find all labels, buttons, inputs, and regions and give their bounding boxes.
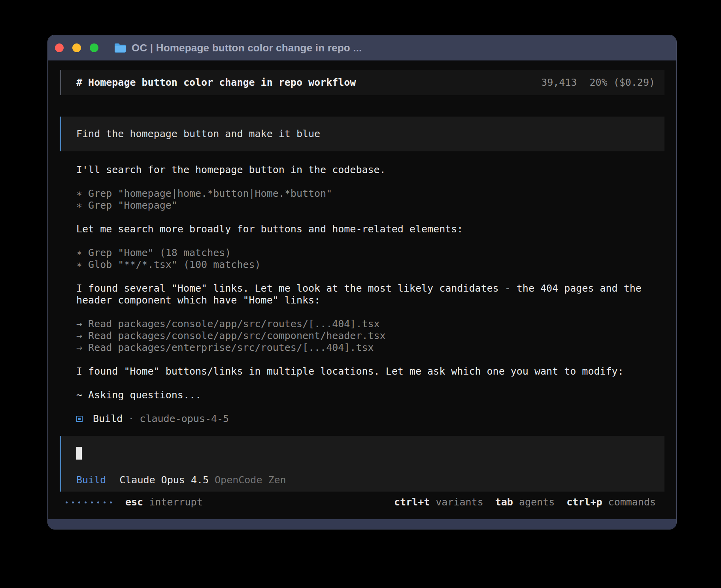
input-model-provider: OpenCode Zen xyxy=(215,474,286,486)
traffic-lights xyxy=(55,43,98,52)
context-usage: 20% ($0.29) xyxy=(589,77,655,89)
transcript-line: Let me search more broadly for buttons a… xyxy=(76,223,664,235)
session-stats: 39,413 20% ($0.29) xyxy=(541,77,655,89)
input-model-row: Build Claude Opus 4.5 OpenCode Zen xyxy=(76,474,286,486)
session-content: # Homepage button color change in repo w… xyxy=(48,60,676,519)
token-count: 39,413 xyxy=(541,77,577,89)
agent-separator: · xyxy=(128,413,134,425)
spinner-dots-icon xyxy=(66,501,112,503)
shortcut-hint: tab agents xyxy=(495,496,555,508)
status-bar: esc interrupt ctrl+t variantstab agentsc… xyxy=(60,496,664,508)
transcript-line: ∗ Glob "**/*.tsx" (100 matches) xyxy=(76,259,664,271)
user-message: Find the homepage button and make it blu… xyxy=(60,117,664,151)
transcript-line: ~ Asking questions... xyxy=(76,389,664,401)
interrupt-label: interrupt xyxy=(149,496,202,508)
transcript-line: ∗ Grep "Homepage" xyxy=(76,200,664,211)
folder-icon xyxy=(114,43,126,53)
agent-model: claude-opus-4-5 xyxy=(140,413,229,425)
transcript-line: ∗ Grep "homepage|home.*button|Home.*butt… xyxy=(76,188,664,200)
close-button[interactable] xyxy=(55,43,64,52)
agent-name: Build xyxy=(93,413,123,425)
build-square-icon xyxy=(76,416,83,422)
session-header: # Homepage button color change in repo w… xyxy=(60,70,664,95)
input-agent-label[interactable]: Build xyxy=(76,474,106,486)
transcript-line: I found "Home" buttons/links in multiple… xyxy=(76,366,664,377)
transcript-line xyxy=(76,401,664,413)
transcript-line: → Read packages/console/app/src/routes/[… xyxy=(76,318,664,330)
transcript-line xyxy=(76,235,664,247)
shortcut-hint: ctrl+p commands xyxy=(566,496,656,508)
transcript-line xyxy=(76,271,664,283)
agent-status-line: Build · claude-opus-4-5 xyxy=(76,413,664,425)
titlebar: OC | Homepage button color change in rep… xyxy=(48,35,676,60)
input-model-name: Claude Opus 4.5 xyxy=(119,474,209,486)
transcript-line xyxy=(76,211,664,223)
session-title: # Homepage button color change in repo w… xyxy=(76,77,356,89)
esc-key: esc xyxy=(125,496,143,508)
transcript-line xyxy=(76,377,664,389)
transcript-line xyxy=(76,176,664,188)
transcript-line: I found several "Home" links. Let me loo… xyxy=(76,283,664,294)
assistant-transcript: I'll search for the homepage button in t… xyxy=(76,164,664,413)
zoom-button[interactable] xyxy=(90,43,98,52)
transcript-line: → Read packages/enterprise/src/routes/[.… xyxy=(76,342,664,354)
minimize-button[interactable] xyxy=(72,43,81,52)
shortcut-hint: ctrl+t variants xyxy=(394,496,483,508)
transcript-line: → Read packages/console/app/src/componen… xyxy=(76,330,664,342)
prompt-input[interactable]: Build Claude Opus 4.5 OpenCode Zen xyxy=(60,436,664,492)
window-title: OC | Homepage button color change in rep… xyxy=(132,42,362,54)
interrupt-hint: esc interrupt xyxy=(125,496,203,508)
text-cursor xyxy=(76,447,82,460)
terminal-window: OC | Homepage button color change in rep… xyxy=(47,35,677,530)
esc-label xyxy=(143,496,149,508)
transcript-line: I'll search for the homepage button in t… xyxy=(76,164,664,176)
transcript-line xyxy=(76,306,664,318)
window-footer-strip xyxy=(48,519,676,529)
transcript-line xyxy=(76,354,664,366)
transcript-line: ∗ Grep "Home" (18 matches) xyxy=(76,247,664,259)
transcript-line: header component which have "Home" links… xyxy=(76,294,664,306)
shortcut-hints: ctrl+t variantstab agentsctrl+p commands xyxy=(394,496,656,508)
user-message-text: Find the homepage button and make it blu… xyxy=(76,128,320,140)
